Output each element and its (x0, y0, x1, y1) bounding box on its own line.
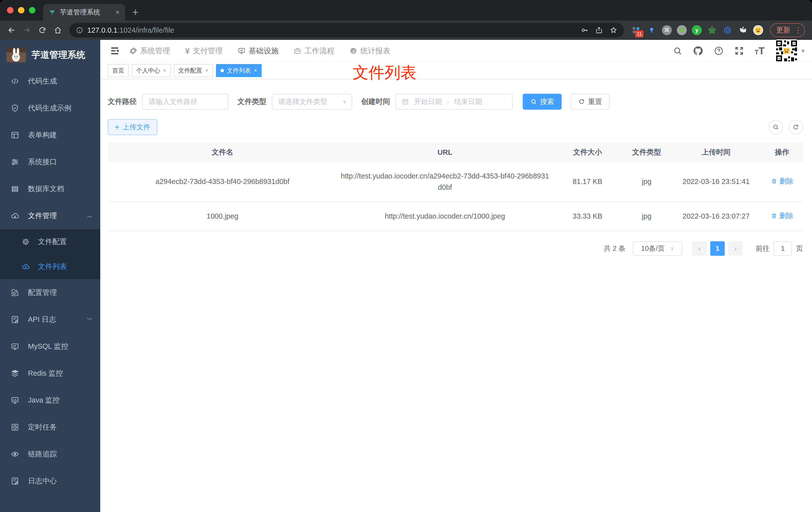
topnav-pay-manage[interactable]: ¥ 支付管理 (185, 46, 223, 56)
topnav-infrastructure[interactable]: 基础设施 (238, 46, 279, 56)
topnav-system-manage[interactable]: 系统管理 (129, 46, 170, 56)
browser-tab[interactable]: 芋道管理系统 × (43, 4, 125, 21)
topnav-report[interactable]: 统计报表 (349, 46, 390, 56)
table-tools (768, 120, 803, 134)
next-page-button[interactable]: › (728, 241, 743, 256)
file-type-select[interactable]: 请选择文件类型 ∨ (272, 94, 352, 110)
forward-icon[interactable] (20, 23, 34, 37)
goto-page-input[interactable] (774, 241, 792, 256)
close-window-button[interactable] (7, 7, 13, 13)
tag-close-icon[interactable]: × (205, 67, 208, 74)
help-icon[interactable] (714, 46, 724, 56)
calendar-icon (402, 98, 409, 106)
browser-menu-kebab-icon[interactable]: ⋮ (794, 26, 802, 35)
browser-window: 芋道管理系统 × + 127.0.0.1:1024/infra/file/fil… (0, 0, 812, 512)
tag-file-config[interactable]: 文件配置 × (174, 64, 213, 77)
sidebar-item-form-builder[interactable]: 表单构建 (0, 122, 100, 149)
font-size-icon[interactable]: TT (755, 46, 764, 57)
main-area: 系统管理 ¥ 支付管理 基础设施 工作流程 (100, 40, 812, 512)
extension-y-icon[interactable]: y (692, 25, 702, 35)
sidebar-item-scheduled-tasks[interactable]: 定时任务 (0, 414, 100, 441)
extension-record-icon[interactable] (677, 25, 687, 35)
page-1-button[interactable]: 1 (710, 241, 725, 256)
sidebar-item-code-gen-example[interactable]: 代码生成示例 (0, 95, 100, 122)
tag-file-list[interactable]: 文件列表 × (216, 64, 262, 77)
tag-profile[interactable]: 个人中心 × (132, 64, 171, 77)
sidebar-item-file-config[interactable]: 文件配置 (0, 229, 100, 254)
tab-close-icon[interactable]: × (115, 8, 120, 17)
sidebar-item-db-doc[interactable]: 数据库文档 (0, 176, 100, 203)
github-icon[interactable] (693, 46, 703, 56)
upload-file-button[interactable]: + 上传文件 (108, 119, 157, 135)
new-tab-button[interactable]: + (132, 4, 139, 21)
reload-icon[interactable] (35, 23, 49, 37)
search-icon[interactable] (673, 46, 682, 56)
sidebar-collapse-icon[interactable] (108, 44, 122, 58)
tag-close-icon[interactable]: × (254, 67, 257, 74)
reset-button[interactable]: 重置 (571, 94, 609, 110)
extension-star-icon[interactable] (707, 25, 717, 35)
font-size-big: T (759, 46, 764, 56)
sidebar-item-mysql-monitor[interactable]: MySQL 监控 (0, 333, 100, 360)
delete-button[interactable]: 删除 (771, 176, 793, 186)
y-glyph: y (695, 27, 698, 33)
extension-grid-icon[interactable]: 11 (631, 25, 641, 35)
sidebar-item-api-log[interactable]: API 日志 ﹀ (0, 306, 100, 333)
site-info-icon[interactable] (76, 26, 83, 34)
date-range-picker[interactable]: 开始日期 - 结束日期 (396, 94, 513, 110)
col-upload-time: 上传时间 (671, 143, 761, 162)
user-menu[interactable]: ▾ (775, 39, 805, 62)
share-icon[interactable] (595, 26, 603, 34)
bookmark-star-icon[interactable] (609, 26, 617, 34)
sidebar-item-java-monitor[interactable]: Java 监控 (0, 387, 100, 414)
sidebar-item-system-api[interactable]: 系统接口 (0, 149, 100, 176)
refresh-table-icon[interactable] (788, 120, 803, 134)
sidebar-item-file-list[interactable]: 文件列表 (0, 254, 100, 279)
prev-page-button[interactable]: ‹ (692, 241, 707, 256)
page-unit-label: 页 (796, 244, 803, 253)
sidebar-item-label: 链路追踪 (28, 449, 57, 459)
zoom-window-button[interactable] (29, 7, 35, 13)
search-button[interactable]: 搜索 (523, 94, 561, 110)
topnav-label: 支付管理 (193, 46, 223, 56)
extensions-puzzle-icon[interactable] (738, 25, 748, 35)
delete-button[interactable]: 删除 (771, 210, 793, 221)
shield-check-icon (10, 104, 20, 113)
doc-pencil-icon (10, 315, 20, 324)
date-end-placeholder[interactable]: 结束日期 (454, 97, 482, 107)
file-table: 文件名 URL 文件大小 文件类型 上传时间 操作 a294ecb2-73dd-… (108, 143, 803, 231)
sidebar-item-code-gen[interactable]: 代码生成 (0, 68, 100, 95)
chevron-up-icon: ︿ (87, 212, 93, 220)
topnav-workflow[interactable]: 工作流程 (293, 46, 335, 56)
timer-square-icon (10, 423, 20, 432)
page-size-select[interactable]: 10条/页 ∨ (633, 241, 682, 256)
chrome-update-button[interactable]: 更新 ⋮ (770, 23, 805, 37)
doc-pencil-icon (10, 477, 20, 486)
file-path-input[interactable] (149, 98, 222, 106)
fullscreen-icon[interactable] (734, 46, 744, 56)
sidebar-item-config-manage[interactable]: 配置管理 (0, 279, 100, 306)
extension-gem-icon[interactable] (646, 25, 657, 35)
logo-row[interactable]: 芋道管理系统 (0, 40, 100, 68)
sidebar-item-tracing[interactable]: 链路追踪 (0, 441, 100, 468)
url-bar[interactable]: 127.0.0.1:1024/infra/file/file (69, 23, 624, 37)
select-placeholder: 请选择文件类型 (278, 97, 327, 107)
search-button-label: 搜索 (540, 97, 554, 107)
profile-emoji-icon[interactable] (753, 25, 763, 35)
sidebar-item-redis-monitor[interactable]: Redis 监控 (0, 360, 100, 387)
date-start-placeholder[interactable]: 开始日期 (414, 97, 442, 107)
extension-command-icon[interactable]: ⌘ (662, 25, 672, 35)
show-search-icon[interactable] (768, 120, 783, 134)
back-icon[interactable] (4, 23, 19, 37)
tag-home[interactable]: 首页 (108, 64, 129, 77)
monitor-chart-icon (10, 342, 20, 351)
table-header-row: 文件名 URL 文件大小 文件类型 上传时间 操作 (108, 143, 803, 162)
password-key-icon[interactable] (581, 26, 588, 34)
extension-rings-icon[interactable] (722, 25, 733, 35)
sidebar-item-log-center[interactable]: 日志中心 (0, 468, 100, 494)
minimize-window-button[interactable] (18, 7, 24, 13)
home-icon[interactable] (51, 23, 65, 37)
tag-close-icon[interactable]: × (163, 67, 166, 74)
trash-icon (771, 178, 777, 184)
sidebar-item-file-manage[interactable]: 文件管理 ︿ (0, 203, 100, 229)
